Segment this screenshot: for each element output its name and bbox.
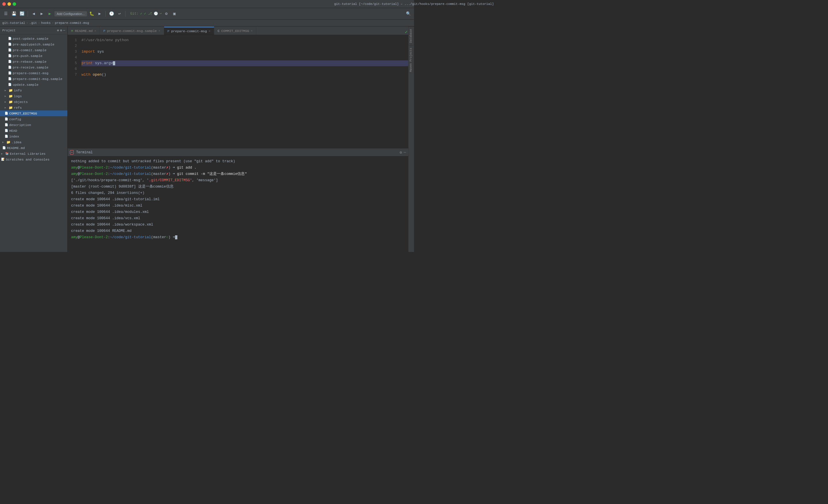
sidebar-item-update-sample[interactable]: 📄 update.sample	[0, 82, 67, 87]
breadcrumb-item-4[interactable]: prepare-commit-msg	[55, 21, 89, 25]
terminal-gear-icon[interactable]: ⚙	[400, 150, 402, 155]
sidebar-item-head[interactable]: 📄 HEAD	[0, 128, 67, 134]
sidebar-close-icon[interactable]: —	[63, 29, 65, 32]
terminal-line-5: [master (root-commit) 9d0838f] 这是一条commi…	[71, 184, 405, 190]
tab-readme[interactable]: M README.md ✕	[68, 27, 100, 35]
terminal-content[interactable]: nothing added to commit but untracked fi…	[68, 156, 408, 252]
terminal-line-9: create mode 100644 .idea/modules.xml	[71, 209, 405, 215]
right-panels: Database Maven Projects	[408, 27, 414, 252]
tab-icon-prepare: P	[168, 29, 170, 33]
save-button[interactable]: 💾	[10, 10, 17, 17]
tab-commit-editmsg[interactable]: C COMMIT_EDITMSG ✕	[214, 27, 256, 35]
sidebar-item-index[interactable]: 📄 index	[0, 134, 67, 139]
sidebar-item-refs[interactable]: ▶ 📁 refs	[0, 105, 67, 110]
git-check-2: ✓	[144, 11, 146, 16]
run2-button[interactable]: ▶	[96, 10, 103, 17]
git-history-button[interactable]: 🕐	[108, 10, 115, 17]
sidebar-item-prepare-commit-msg-sample[interactable]: 📄 prepare-commit-msg.sample	[0, 76, 67, 82]
code-line-3: import sys	[81, 49, 408, 55]
add-configuration-button[interactable]: Add Configuration...	[54, 11, 87, 16]
code-content[interactable]: #!/usr/bin/env python import sys print s…	[79, 35, 408, 148]
editor-area: M README.md ✕ P prepare-commit-msg.sampl…	[68, 27, 408, 148]
sidebar-item-logs[interactable]: ▶ 📁 logs	[0, 93, 67, 99]
sidebar-item-info[interactable]: ▶ 📁 info	[0, 87, 67, 93]
sidebar-item-post-update[interactable]: 📄 post-update.sample	[0, 36, 67, 41]
panel-tab-database[interactable]: Database	[409, 27, 414, 45]
run-button[interactable]: ▶	[46, 10, 53, 17]
window-controls[interactable]	[2, 2, 16, 6]
file-icon: 📄	[8, 60, 11, 63]
sidebar-item-pre-applypatch[interactable]: 📄 pre-applypatch.sample	[0, 41, 67, 47]
project-label: Project	[2, 29, 15, 32]
sidebar-item-pre-commit[interactable]: 📄 pre-commit.sample	[0, 47, 67, 53]
code-line-1: #!/usr/bin/env python	[81, 37, 408, 43]
terminal-line-10: create mode 100644 .idea/vcs.xml	[71, 215, 405, 222]
tab-label-readme: README.md	[75, 29, 93, 33]
sidebar-item-idea[interactable]: ▶ 📁 .idea	[0, 139, 67, 145]
debug-button[interactable]: 🐛	[88, 10, 95, 17]
code-line-2	[81, 43, 408, 49]
title-bar: git-tutorial [~/code/git-tutorial] – ...…	[0, 0, 414, 8]
code-line-4	[81, 55, 408, 60]
expand-icon: ▶	[5, 100, 7, 103]
tabs-bar: M README.md ✕ P prepare-commit-msg.sampl…	[68, 27, 408, 35]
close-tab-commit[interactable]: ✕	[251, 29, 252, 33]
maximize-window-button[interactable]	[13, 2, 16, 6]
search-everywhere-button[interactable]: 🔍	[405, 10, 412, 17]
close-tab-readme[interactable]: ✕	[94, 29, 96, 33]
sidebar-item-objects[interactable]: ▶ 📁 objects	[0, 99, 67, 105]
sync-button[interactable]: 🔄	[18, 10, 25, 17]
terminal-line-4: ['./git/hooks/prepare-commit-msg', '.git…	[71, 177, 405, 184]
expand-icon: ▶	[5, 95, 7, 98]
breadcrumb-item-1[interactable]: git-tutorial	[2, 21, 25, 25]
sidebar-settings-icon[interactable]: ⚙	[60, 29, 62, 32]
sidebar-item-description[interactable]: 📄 description	[0, 122, 67, 128]
file-icon: 📝	[1, 157, 5, 161]
sidebar-item-scratches[interactable]: 📝 Scratches and Consoles	[0, 156, 67, 162]
sidebar-item-prepare-commit-msg[interactable]: 📄 prepare-commit-msg	[0, 70, 67, 76]
sidebar: Project ⊕ ⚙ — 📄 post-update.sample 📄 pre…	[0, 27, 68, 252]
breadcrumb-item-3[interactable]: hooks	[41, 21, 51, 25]
settings-button[interactable]: ⚙	[163, 10, 170, 17]
file-icon: 📄	[8, 83, 11, 86]
terminal-minimize-icon[interactable]: —	[404, 150, 406, 155]
menu-button[interactable]: ☰	[2, 10, 9, 17]
folder-icon: 📚	[5, 152, 9, 155]
minimize-window-button[interactable]	[7, 2, 11, 6]
tab-label-commit: COMMIT_EDITMSG	[221, 29, 249, 33]
sidebar-item-pre-push[interactable]: 📄 pre-push.sample	[0, 53, 67, 59]
code-editor[interactable]: 1 2 3 4 5 6 7 #!/usr/bin/env python impo…	[68, 35, 408, 148]
toolbar: ☰ 💾 🔄 ◀ ▶ ▶ Add Configuration... 🐛 ▶ 🕐 ↩…	[0, 8, 414, 19]
tab-label-prepare: prepare-commit-msg	[171, 29, 207, 33]
git-check-1: ✓	[140, 11, 142, 16]
file-icon: 📄	[8, 48, 11, 52]
terminal-area: ✕ Terminal ⚙ — nothing added to commit b…	[68, 148, 408, 252]
breadcrumb-item-2[interactable]: .git	[29, 21, 37, 25]
tab-label-prepare-sample: prepare-commit-msg.sample	[107, 29, 157, 33]
sidebar-item-pre-receive[interactable]: 📄 pre-receive.sample	[0, 64, 67, 70]
tab-prepare-sample[interactable]: P prepare-commit-msg.sample ✕	[100, 27, 164, 35]
terminal-button[interactable]: ▣	[171, 10, 178, 17]
back-button[interactable]: ◀	[30, 10, 37, 17]
expand-icon: ▶	[2, 141, 5, 144]
tab-icon-commit: C	[218, 29, 220, 33]
breadcrumb: git-tutorial › .git › hooks › prepare-co…	[0, 19, 414, 27]
terminal-line-6: 6 files changed, 294 insertions(+)	[71, 190, 405, 196]
git-undo-button[interactable]: ↩	[116, 10, 123, 17]
close-tab-prepare[interactable]: ✕	[209, 29, 210, 33]
terminal-line-11: create mode 100644 .idea/workspace.xml	[71, 222, 405, 228]
sidebar-sync-icon[interactable]: ⊕	[57, 29, 59, 32]
close-tab-prepare-sample[interactable]: ✕	[159, 29, 160, 33]
sidebar-header: Project ⊕ ⚙ —	[0, 27, 67, 35]
file-tree: 📄 post-update.sample 📄 pre-applypatch.sa…	[0, 35, 67, 252]
sidebar-item-commit-editmsg[interactable]: 📄 COMMIT_EDITMSG	[0, 110, 67, 116]
forward-button[interactable]: ▶	[38, 10, 45, 17]
tab-prepare-commit-msg[interactable]: P prepare-commit-msg ✕	[164, 27, 214, 35]
close-window-button[interactable]	[2, 2, 6, 6]
sidebar-item-config[interactable]: 📄 config	[0, 116, 67, 122]
sidebar-item-readme[interactable]: 📄 README.md	[0, 145, 67, 151]
sidebar-item-pre-rebase[interactable]: 📄 pre-rebase.sample	[0, 59, 67, 64]
code-line-5: print sys.argv	[81, 60, 408, 66]
panel-tab-maven[interactable]: Maven Projects	[409, 45, 414, 74]
sidebar-item-external-libraries[interactable]: ▶ 📚 External Libraries	[0, 151, 67, 156]
